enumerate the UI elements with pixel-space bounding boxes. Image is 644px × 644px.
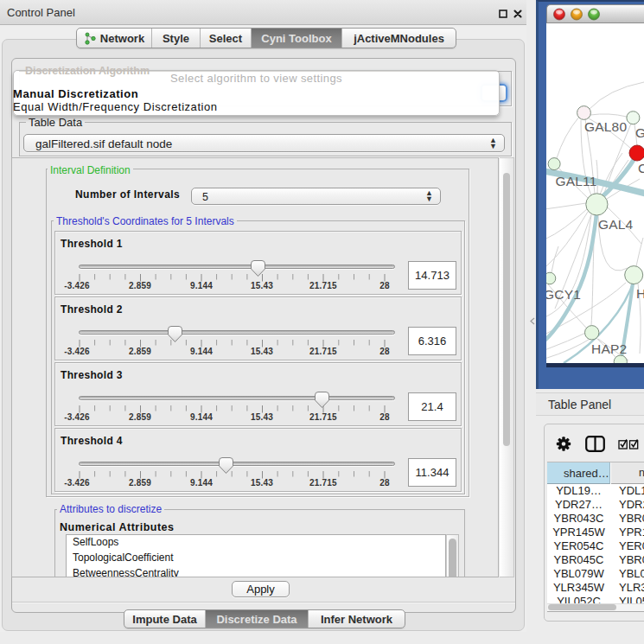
svg-text:GAL11: GAL11 <box>556 174 597 188</box>
svg-text:HI: HI <box>636 286 644 301</box>
svg-text:GAL80: GAL80 <box>584 119 627 134</box>
svg-text:GA: GA <box>635 125 644 140</box>
svg-text:GCY1: GCY1 <box>546 287 581 302</box>
svg-text:GAL4: GAL4 <box>598 217 634 232</box>
svg-text:CY: CY <box>638 161 644 175</box>
svg-text:HAP2: HAP2 <box>591 341 627 356</box>
